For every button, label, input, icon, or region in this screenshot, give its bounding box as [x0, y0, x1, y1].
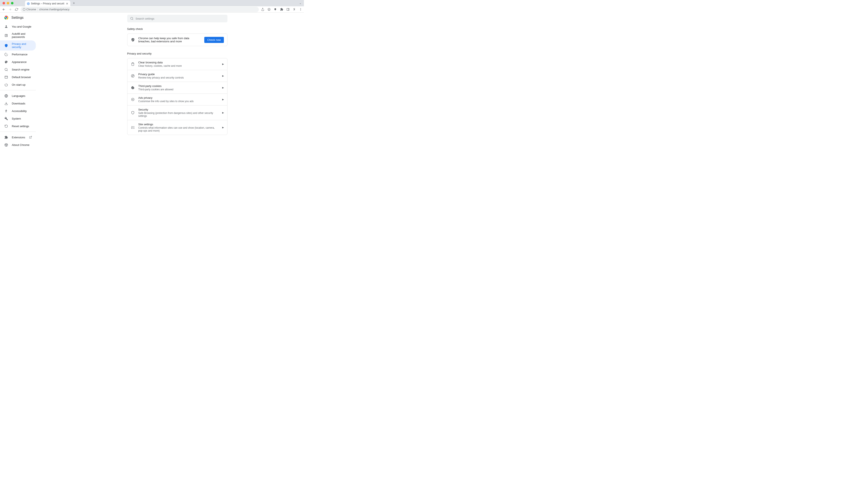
row-ads-privacy[interactable]: Ads privacy Customise the info used by s…	[127, 94, 227, 105]
bulb-icon[interactable]	[274, 8, 277, 11]
svg-marker-3	[268, 8, 270, 11]
new-tab-button[interactable]: +	[72, 0, 76, 6]
wrench-icon	[4, 116, 8, 121]
forward-button[interactable]	[8, 7, 12, 12]
sidebar-item-appearance[interactable]: Appearance	[0, 58, 36, 66]
sidebar-item-languages[interactable]: Languages	[0, 92, 36, 100]
row-third-party-cookies[interactable]: Third-party cookies Third-party cookies …	[127, 82, 227, 94]
svg-point-28	[131, 74, 134, 77]
palette-icon	[4, 60, 8, 64]
power-icon	[4, 83, 8, 87]
browser-tab[interactable]: Settings – Privacy and securit ✕	[25, 1, 70, 7]
sidebar-item-label: Default browser	[12, 76, 31, 79]
sidebar-item-performance[interactable]: Performance	[0, 51, 36, 58]
external-link-icon	[29, 136, 32, 139]
safety-check-heading: Safety check	[127, 27, 227, 31]
privacy-list: Clear browsing data Clear history, cooki…	[127, 58, 227, 135]
sidebar-item-autofill[interactable]: Autofill and passwords	[0, 30, 36, 41]
svg-marker-29	[132, 75, 133, 76]
sidebar-item-label: Extensions	[12, 136, 25, 139]
search-icon	[130, 17, 134, 20]
menu-icon[interactable]	[299, 8, 302, 11]
puzzle-icon	[4, 135, 8, 139]
bookmark-icon[interactable]	[267, 8, 271, 11]
close-tab-button[interactable]: ✕	[66, 2, 69, 5]
row-subtitle: Third-party cookies are allowed	[138, 88, 219, 91]
sidebar-item-downloads[interactable]: Downloads	[0, 100, 36, 107]
sidebar: Settings You and Google Autofill and pas…	[0, 13, 51, 177]
sidebar-item-label: Downloads	[12, 102, 25, 105]
sidebar-item-accessibility[interactable]: Accessibility	[0, 107, 36, 115]
row-title: Privacy guide	[138, 72, 219, 76]
cookie-icon	[131, 86, 135, 90]
profile-icon[interactable]: S	[292, 8, 296, 11]
address-bar[interactable]: Chrome chrome://settings/privacy	[21, 7, 259, 12]
maximize-window-button[interactable]	[11, 2, 13, 4]
row-subtitle: Safe Browsing (protection from dangerous…	[138, 112, 219, 117]
row-site-settings[interactable]: Site settings Controls what information …	[127, 120, 227, 135]
browser-icon	[4, 75, 8, 79]
check-now-button[interactable]: Check now	[204, 37, 224, 43]
svg-point-10	[5, 17, 7, 19]
ads-icon	[131, 98, 135, 102]
search-settings-input[interactable]	[127, 15, 227, 22]
row-clear-browsing-data[interactable]: Clear browsing data Clear history, cooki…	[127, 58, 227, 70]
chevron-right-icon: ▶	[222, 86, 224, 89]
accessibility-icon	[4, 109, 8, 113]
sidebar-item-reset[interactable]: Reset settings	[0, 122, 36, 130]
restore-icon	[4, 124, 8, 128]
tabs-dropdown-button[interactable]: ⌄	[299, 2, 301, 4]
tab-strip: Settings – Privacy and securit ✕ + ⌄	[0, 0, 304, 6]
sidebar-item-privacy[interactable]: Privacy and security	[0, 41, 36, 51]
sidebar-item-label: Reset settings	[12, 125, 29, 128]
svg-rect-13	[5, 76, 8, 78]
compass-icon	[131, 74, 135, 78]
sidebar-item-about[interactable]: About Chrome	[0, 141, 36, 149]
row-subtitle: Controls what information sites can use …	[138, 126, 219, 132]
site-chip: Chrome	[23, 8, 38, 11]
reload-button[interactable]	[14, 7, 19, 12]
svg-line-12	[7, 70, 7, 71]
svg-point-26	[131, 17, 133, 20]
url-text: chrome://settings/privacy	[39, 8, 69, 11]
sidebar-item-extensions[interactable]: Extensions	[0, 134, 36, 141]
sidebar-item-system[interactable]: System	[0, 115, 36, 122]
sidebar-item-default-browser[interactable]: Default browser	[0, 73, 36, 81]
svg-line-27	[132, 19, 133, 20]
row-security[interactable]: Security Safe Browsing (protection from …	[127, 105, 227, 120]
chevron-right-icon: ▶	[222, 75, 224, 77]
row-subtitle: Customise the info used by sites to show…	[138, 100, 219, 103]
sidebar-item-you-and-google[interactable]: You and Google	[0, 23, 36, 30]
sidebar-item-search-engine[interactable]: Search engine	[0, 66, 36, 73]
tab-title: Settings – Privacy and securit	[31, 2, 64, 5]
chevron-right-icon: ▶	[222, 98, 224, 101]
privacy-heading: Privacy and security	[127, 52, 227, 55]
share-icon[interactable]	[261, 8, 264, 11]
sidebar-item-label: Performance	[12, 53, 27, 56]
search-icon	[4, 68, 8, 71]
speedometer-icon	[4, 53, 8, 56]
minimize-window-button[interactable]	[7, 2, 9, 4]
row-privacy-guide[interactable]: Privacy guide Review key privacy and sec…	[127, 70, 227, 82]
extensions-icon[interactable]	[280, 8, 283, 11]
sliders-icon	[131, 125, 135, 130]
trash-icon	[131, 62, 135, 66]
close-window-button[interactable]	[2, 2, 5, 4]
search-input-field[interactable]	[136, 17, 224, 20]
sidebar-item-label: Appearance	[12, 60, 26, 64]
form-icon	[4, 33, 8, 37]
back-button[interactable]	[2, 7, 6, 12]
row-title: Clear browsing data	[138, 61, 219, 64]
sidebar-item-label: Accessibility	[12, 110, 27, 113]
row-title: Third-party cookies	[138, 85, 219, 88]
svg-point-0	[28, 3, 29, 4]
sidebar-item-startup[interactable]: On start-up	[0, 81, 36, 88]
toolbar-actions: S	[261, 8, 302, 11]
panel-icon[interactable]	[286, 8, 290, 11]
chevron-right-icon: ▶	[222, 126, 224, 129]
sidebar-item-label: Languages	[12, 94, 25, 98]
divider	[0, 90, 36, 90]
row-subtitle: Review key privacy and security controls	[138, 76, 219, 79]
chrome-icon	[4, 143, 8, 147]
download-icon	[4, 101, 8, 105]
